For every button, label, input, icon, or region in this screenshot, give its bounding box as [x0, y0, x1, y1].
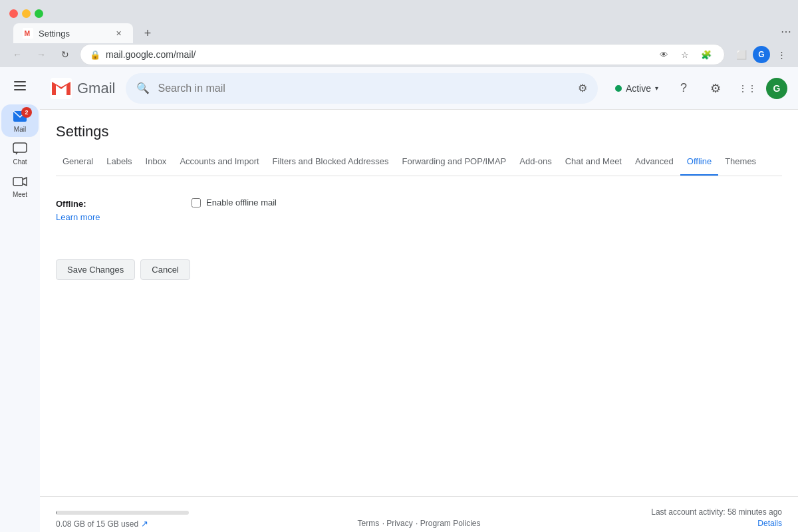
gmail-logo-text: Gmail	[77, 80, 115, 97]
bookmark-icon[interactable]: ☆	[676, 46, 694, 63]
sidebar-item-chat[interactable]: Chat	[1, 137, 39, 170]
enable-offline-label[interactable]: Enable offline mail	[206, 198, 277, 207]
mail-badge: 2	[21, 107, 32, 118]
help-button[interactable]: ?	[670, 75, 697, 102]
gmail-logo[interactable]: Gmail	[51, 78, 115, 99]
tab-close-button[interactable]: ✕	[113, 28, 124, 39]
settings-title: Settings	[56, 110, 782, 148]
hamburger-menu-button[interactable]	[7, 72, 33, 99]
sidebar-item-meet[interactable]: Meet	[1, 170, 39, 202]
browser-chrome: M Settings ✕ + ⋯ ← → ↻ 🔒 mail.google.com…	[0, 0, 798, 67]
storage-fill	[56, 511, 57, 515]
traffic-light-green[interactable]	[35, 9, 43, 18]
app-container: 2 Mail Chat Meet	[0, 67, 798, 532]
cancel-button[interactable]: Cancel	[140, 259, 190, 280]
tab-accounts[interactable]: Accounts and Import	[173, 148, 265, 176]
browser-menu-icon[interactable]: ⋮	[773, 46, 790, 63]
offline-row: Offline: Learn more Enable offline mail	[56, 192, 782, 227]
chat-icon-wrap	[7, 141, 33, 157]
chat-icon	[12, 141, 28, 157]
status-chevron-icon: ▾	[655, 84, 658, 92]
storage-amount: 0.08 GB of 15 GB used	[56, 519, 138, 529]
offline-option: Enable offline mail	[192, 198, 277, 207]
sidebar-mail-label: Mail	[14, 126, 26, 133]
gmail-logo-icon	[51, 78, 72, 99]
help-icon: ?	[680, 81, 687, 95]
more-tabs-button[interactable]: ⋯	[781, 25, 791, 38]
svg-rect-4	[13, 178, 23, 186]
footer-center: Terms · Privacy · Program Policies	[298, 517, 540, 529]
tab-title: Settings	[39, 29, 108, 39]
browser-sidebar-icon[interactable]: ⬜	[733, 46, 750, 63]
lens-icon[interactable]: 👁	[655, 46, 672, 63]
status-label: Active	[626, 83, 651, 94]
privacy-link[interactable]: Privacy	[386, 519, 412, 528]
sidebar: 2 Mail Chat Meet	[0, 67, 40, 532]
settings-tabs: General Labels Inbox Accounts and Import…	[56, 148, 782, 176]
enable-offline-checkbox[interactable]	[192, 198, 201, 207]
settings-gear-icon: ⚙	[710, 81, 721, 96]
traffic-light-red[interactable]	[9, 9, 18, 18]
offline-label-column: Offline: Learn more	[56, 198, 176, 222]
meet-icon-wrap	[7, 174, 33, 190]
new-tab-button[interactable]: +	[138, 24, 157, 43]
tab-favicon-icon: M	[23, 28, 33, 39]
tab-themes[interactable]: Themes	[718, 148, 763, 176]
offline-label: Offline:	[56, 199, 86, 209]
forward-button[interactable]: →	[32, 45, 51, 64]
apps-grid-icon: ⋮⋮	[738, 83, 757, 94]
mail-icon-wrap: 2	[7, 108, 33, 124]
user-avatar-button[interactable]: G	[766, 78, 787, 99]
browser-profile-avatar[interactable]: G	[753, 46, 770, 63]
storage-area: 0.08 GB of 15 GB used ↗	[56, 511, 298, 529]
tab-filters[interactable]: Filters and Blocked Addresses	[266, 148, 396, 176]
program-policies-link[interactable]: Program Policies	[420, 519, 481, 528]
tab-addons[interactable]: Add-ons	[513, 148, 558, 176]
storage-details-link[interactable]: ↗	[141, 519, 148, 529]
save-changes-button[interactable]: Save Changes	[56, 259, 135, 280]
details-link[interactable]: Details	[757, 519, 782, 528]
footer-right: Last account activity: 58 minutes ago De…	[540, 507, 782, 529]
learn-more-link[interactable]: Learn more	[56, 212, 176, 222]
refresh-button[interactable]: ↻	[56, 45, 74, 64]
search-filter-button[interactable]: ⚙	[578, 82, 587, 94]
status-button[interactable]: Active ▾	[608, 79, 665, 98]
sidebar-item-mail[interactable]: 2 Mail	[1, 104, 39, 137]
header-actions: Active ▾ ? ⚙ ⋮⋮ G	[608, 75, 787, 102]
sidebar-meet-label: Meet	[13, 191, 27, 198]
meet-icon	[12, 174, 28, 190]
sidebar-chat-label: Chat	[13, 158, 27, 166]
search-icon: 🔍	[136, 82, 150, 94]
tab-forwarding[interactable]: Forwarding and POP/IMAP	[395, 148, 513, 176]
url-text: mail.google.com/mail/	[106, 49, 650, 60]
tab-general[interactable]: General	[56, 148, 100, 176]
svg-text:M: M	[24, 30, 30, 37]
settings-button[interactable]: ⚙	[702, 75, 729, 102]
apps-button[interactable]: ⋮⋮	[734, 75, 761, 102]
secure-icon: 🔒	[90, 50, 100, 60]
browser-tab-settings[interactable]: M Settings ✕	[13, 23, 133, 43]
footer: 0.08 GB of 15 GB used ↗ Terms · Privacy …	[40, 496, 798, 532]
offline-section: Offline: Learn more Enable offline mail	[56, 176, 782, 243]
settings-content: Settings General Labels Inbox Accounts a…	[40, 110, 798, 496]
storage-bar	[56, 511, 189, 515]
search-input[interactable]	[158, 82, 569, 94]
svg-rect-3	[13, 143, 27, 152]
traffic-light-yellow[interactable]	[22, 9, 31, 18]
tab-labels[interactable]: Labels	[100, 148, 138, 176]
activity-text: Last account activity: 58 minutes ago	[540, 507, 782, 517]
address-bar[interactable]: 🔒 mail.google.com/mail/ 👁 ☆ 🧩	[80, 44, 725, 65]
tab-advanced[interactable]: Advanced	[628, 148, 680, 176]
tab-chat[interactable]: Chat and Meet	[559, 148, 628, 176]
extension-icon[interactable]: 🧩	[698, 46, 715, 63]
storage-bar-wrap	[56, 511, 298, 515]
terms-link[interactable]: Terms	[358, 519, 380, 528]
gmail-header: Gmail 🔍 ⚙ Active ▾ ? ⚙	[40, 67, 798, 110]
back-button[interactable]: ←	[8, 45, 27, 64]
tab-offline[interactable]: Offline	[680, 148, 718, 176]
status-dot	[615, 85, 622, 92]
action-buttons: Save Changes Cancel	[56, 249, 782, 291]
search-bar[interactable]: 🔍 ⚙	[126, 73, 597, 104]
tab-inbox[interactable]: Inbox	[139, 148, 174, 176]
footer-row: 0.08 GB of 15 GB used ↗ Terms · Privacy …	[56, 507, 782, 529]
